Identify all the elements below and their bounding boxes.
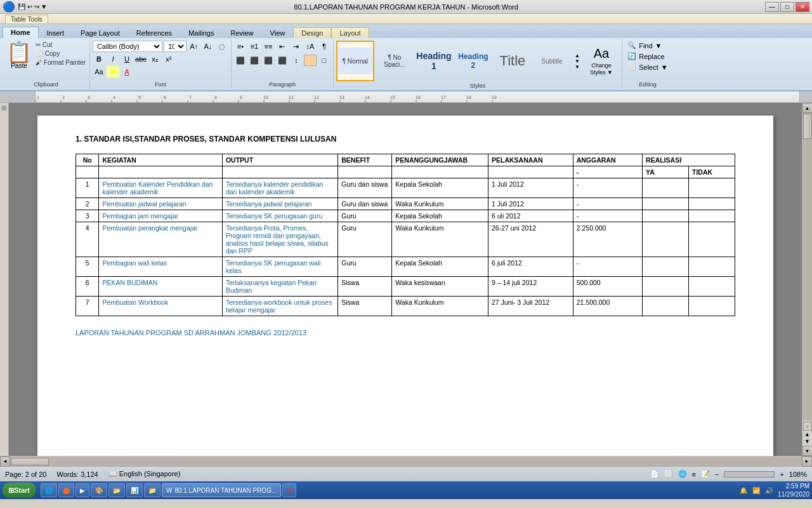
text-highlight-button[interactable]: A xyxy=(107,66,119,77)
minimize-button[interactable]: — xyxy=(765,2,779,12)
tab-mailings[interactable]: Mailings xyxy=(180,27,222,38)
tab-layout[interactable]: Layout xyxy=(331,27,369,38)
cell-no: 7 xyxy=(76,297,99,316)
sort-button[interactable]: ↕A xyxy=(304,41,317,52)
zoom-slider[interactable] xyxy=(724,471,775,478)
close-button[interactable]: ✕ xyxy=(796,2,809,12)
view-web-layout[interactable]: 🌐 xyxy=(678,470,687,478)
paste-button[interactable]: 📋 Paste xyxy=(5,41,33,80)
change-styles-button[interactable]: Aa ChangeStyles ▼ xyxy=(584,41,619,81)
replace-button[interactable]: 🔄 Replace xyxy=(625,51,670,61)
shrink-font-button[interactable]: A↓ xyxy=(202,41,214,52)
taskbar-app-ie[interactable]: 🌐 xyxy=(41,483,57,497)
next-browse-button[interactable]: ▼ xyxy=(804,438,810,444)
prev-browse-button[interactable]: ▲ xyxy=(804,431,810,438)
style-heading2-button[interactable]: Heading 2 xyxy=(454,41,492,81)
align-left-button[interactable]: ⬛ xyxy=(234,55,247,66)
view-outline[interactable]: ≡ xyxy=(692,471,696,478)
taskbar-app-opera[interactable]: O xyxy=(282,483,296,497)
numbering-button[interactable]: ≡1 xyxy=(248,41,261,52)
shading-button[interactable] xyxy=(304,55,317,66)
replace-label: Replace xyxy=(639,53,664,60)
align-center-button[interactable]: ⬛ xyxy=(248,55,261,66)
dec-indent-button[interactable]: ⇤ xyxy=(276,41,289,52)
format-painter-button[interactable]: 🖌 Format Painter xyxy=(34,58,87,67)
tab-page-layout[interactable]: Page Layout xyxy=(72,27,128,38)
text-color-button[interactable]: A xyxy=(121,66,133,77)
view-print-layout[interactable]: 📄 xyxy=(650,470,659,478)
align-justify-button[interactable]: ⬛ xyxy=(276,55,289,66)
maximize-button[interactable]: □ xyxy=(780,2,794,12)
tab-insert[interactable]: Insert xyxy=(39,27,73,38)
table-header-realisasi: REALISASI xyxy=(643,154,735,166)
taskbar-app-unknown5[interactable]: 📁 xyxy=(144,483,160,497)
border-button[interactable]: □ xyxy=(318,55,331,66)
taskbar-volume-icon: 🔊 xyxy=(765,487,773,494)
style-title-preview: Title xyxy=(495,48,530,74)
style-nospace-button[interactable]: ¶ No Spaci... xyxy=(376,41,414,81)
strikethrough-button[interactable]: abc xyxy=(134,53,147,65)
scroll-up-button[interactable]: ▲ xyxy=(802,103,813,113)
main-area: ⊞ 1. STANDAR ISI,STANDAR PROSES, STANDAR… xyxy=(0,103,812,456)
italic-button[interactable]: I xyxy=(107,53,119,65)
taskbar-app-chrome[interactable]: ⬤ xyxy=(58,483,74,497)
table-row: 2Pembuatan jadwal pelajaranTersedianya j… xyxy=(76,198,735,210)
page-info: Page: 2 of 20 xyxy=(5,471,46,478)
taskbar-app-unknown4[interactable]: 📊 xyxy=(126,483,143,497)
hscroll-track[interactable] xyxy=(10,457,802,466)
multilevel-button[interactable]: ≡≡ xyxy=(262,41,275,52)
scroll-down-button[interactable]: ▼ xyxy=(802,446,813,456)
scroll-track[interactable] xyxy=(802,113,813,420)
show-marks-button[interactable]: ¶ xyxy=(318,41,331,52)
styles-scroll-button[interactable]: ▲ ▼ ▼ xyxy=(572,41,582,81)
start-button[interactable]: ⊞ Start xyxy=(3,483,36,498)
align-right-button[interactable]: ⬛ xyxy=(262,55,275,66)
style-normal-button[interactable]: ¶ Normal xyxy=(336,41,374,81)
style-subtitle-button[interactable]: Subtitle xyxy=(533,41,571,81)
style-title-button[interactable]: Title xyxy=(494,41,532,81)
find-button[interactable]: 🔍 Find ▼ xyxy=(625,41,670,50)
taskbar-app-unknown3[interactable]: 📂 xyxy=(108,483,125,497)
tab-references[interactable]: References xyxy=(128,27,180,38)
cut-button[interactable]: ✂ Cut xyxy=(34,41,87,49)
hscroll-thumb[interactable] xyxy=(11,458,49,465)
underline-button[interactable]: U xyxy=(121,53,133,65)
inc-indent-button[interactable]: ⇥ xyxy=(290,41,303,52)
tab-review[interactable]: Review xyxy=(222,27,261,38)
case-button[interactable]: Aa xyxy=(93,66,105,77)
language-status: 📖 English (Singapore) xyxy=(108,470,181,478)
style-heading2-text: Heading 2 xyxy=(456,52,490,70)
taskbar-app-word[interactable]: W 80.1.LAPORAN TAHUNAN PROG... xyxy=(162,483,281,497)
view-full-screen[interactable]: ⬜ xyxy=(664,470,673,478)
svg-text:7: 7 xyxy=(189,95,192,100)
tab-home[interactable]: Home xyxy=(3,27,39,38)
tab-design[interactable]: Design xyxy=(293,27,331,38)
doc-area[interactable]: 1. STANDAR ISI,STANDAR PROSES, STANDAR K… xyxy=(9,103,802,456)
hscroll-left-button[interactable]: ◄ xyxy=(0,457,10,467)
taskbar-app-unknown1[interactable]: ▶ xyxy=(75,483,89,497)
bullets-button[interactable]: ≡• xyxy=(234,41,247,52)
select-browse-button[interactable]: ○ xyxy=(803,422,812,431)
view-draft[interactable]: 📝 xyxy=(701,470,710,478)
zoom-in-button[interactable]: + xyxy=(780,471,783,478)
font-size-select[interactable]: 10 xyxy=(164,41,187,52)
select-button[interactable]: ⬜ Select ▼ xyxy=(625,62,670,72)
clear-format-button[interactable]: ◌ xyxy=(216,41,228,52)
cell-output: Tersedianya jadwal pelajaran xyxy=(222,198,337,210)
line-spacing-button[interactable]: ↕ xyxy=(290,55,303,66)
left-ruler-icon[interactable]: ⊞ xyxy=(1,105,8,110)
style-heading1-button[interactable]: Heading 1 xyxy=(415,41,453,81)
bold-button[interactable]: B xyxy=(93,53,105,65)
scroll-thumb[interactable] xyxy=(803,114,812,139)
taskbar-app-unknown2[interactable]: 🎨 xyxy=(91,483,107,497)
tab-view[interactable]: View xyxy=(262,27,294,38)
copy-button[interactable]: ⬜ Copy xyxy=(34,50,87,58)
cell-output: Terlaksananya kegiatan Pekan Budiman xyxy=(222,277,337,297)
table-subheader-pelaksanaan xyxy=(488,166,573,178)
grow-font-button[interactable]: A↑ xyxy=(188,41,200,52)
zoom-out-button[interactable]: − xyxy=(715,471,719,478)
subscript-button[interactable]: x₂ xyxy=(148,53,161,65)
font-family-select[interactable]: Calibri (Body) xyxy=(93,41,162,52)
hscroll-right-button[interactable]: ► xyxy=(802,457,812,467)
superscript-button[interactable]: x² xyxy=(162,53,175,65)
